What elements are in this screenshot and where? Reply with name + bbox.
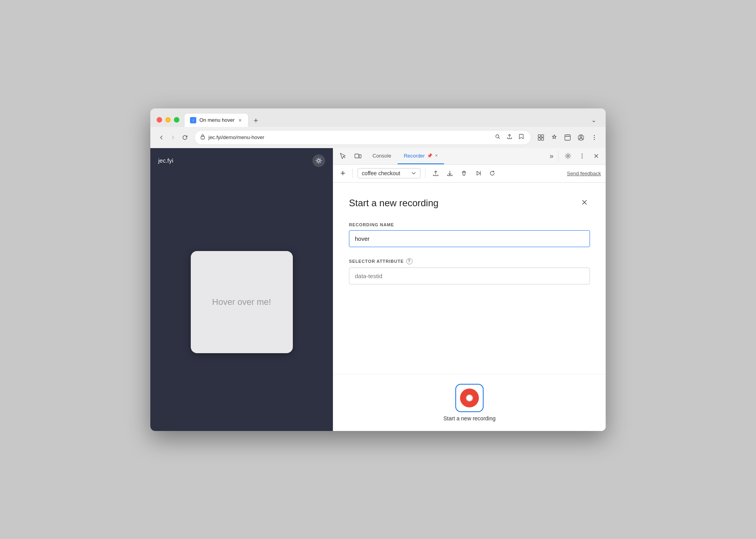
tab-console[interactable]: Console [366,148,398,164]
tab-menu-button[interactable]: ⌄ [588,115,599,125]
nav-buttons [157,133,190,142]
extensions-button[interactable] [536,132,546,143]
device-toolbar-button[interactable] [351,150,365,162]
devtools-panel: Console Recorder 📌 × » [333,148,606,431]
svg-point-12 [594,137,595,138]
browser-menu-button[interactable] [589,132,599,143]
svg-point-17 [567,155,569,157]
svg-rect-4 [538,135,541,137]
hover-card-text: Hover over me! [212,297,271,307]
reload-button[interactable] [180,133,190,142]
hover-card[interactable]: Hover over me! [191,251,293,353]
svg-point-20 [582,158,583,159]
recording-name-group: RECORDING NAME [349,222,590,247]
share-button[interactable] [506,133,513,142]
toolbar-divider-1 [352,169,353,178]
lock-icon [200,134,205,141]
title-bar: J On menu hover × + ⌄ [150,108,606,127]
search-url-button[interactable] [494,133,502,142]
dialog-title: Start a new recording [349,198,438,209]
selector-attribute-group: SELECTOR ATTRIBUTE ? [349,258,590,284]
devtools-right-buttons [558,150,603,161]
url-text: jec.fyi/demo/menu-hover [208,134,491,140]
delete-recording-button[interactable] [458,169,469,178]
maximize-window-button[interactable] [174,117,179,123]
tab-recorder[interactable]: Recorder 📌 × [398,148,444,164]
close-window-button[interactable] [157,117,162,123]
devtools-tabs: Console Recorder 📌 × [366,148,545,164]
recording-name-input[interactable] [349,230,590,247]
download-recording-button[interactable] [444,169,455,178]
address-bar: jec.fyi/demo/menu-hover [150,127,606,148]
svg-point-18 [582,154,583,155]
url-bar[interactable]: jec.fyi/demo/menu-hover [194,130,531,145]
webpage-title: jec.fyi [158,157,173,164]
selector-attribute-input[interactable] [349,268,590,284]
record-icon [460,389,479,407]
more-panels-button[interactable]: » [546,150,557,162]
active-tab[interactable]: J On menu hover × [184,113,248,127]
dialog-area: Start a new recording RECORDING NAME [333,183,606,374]
dialog-footer: Start a new recording [333,374,606,431]
play-recording-button[interactable] [473,169,484,178]
svg-rect-6 [538,138,541,140]
window-controls [157,117,179,123]
window-button[interactable] [562,132,573,143]
recording-name-label: RECORDING NAME [349,222,590,227]
svg-rect-7 [541,138,544,140]
recording-name-select[interactable]: coffee checkout [358,168,420,178]
forward-button[interactable] [168,133,178,142]
recorder-tab-close[interactable]: × [435,153,438,158]
help-icon[interactable]: ? [406,258,413,264]
add-recording-button[interactable]: + [338,167,348,179]
pin-button[interactable] [549,132,559,143]
start-recording-button[interactable] [455,384,484,412]
main-content: jec.fyi Hover over me! [150,148,606,431]
toolbar-divider-2 [425,169,425,178]
profile-button[interactable] [576,132,586,143]
tab-title: On menu hover [199,117,235,123]
devtools-close-button[interactable] [590,150,603,161]
upload-recording-button[interactable] [430,169,441,178]
browser-actions [536,132,599,143]
inspect-element-button[interactable] [336,150,350,162]
svg-rect-16 [359,155,361,158]
svg-rect-15 [355,154,359,158]
recorder-toolbar: + coffee checkout [333,165,606,183]
theme-toggle-button[interactable] [312,154,325,167]
tab-close-button[interactable]: × [238,117,243,124]
webpage-body: Hover over me! [150,173,333,431]
send-feedback-button[interactable]: Send feedback [567,170,601,176]
bookmark-button[interactable] [517,133,525,142]
svg-point-10 [580,136,582,138]
back-button[interactable] [157,133,166,142]
replay-recording-button[interactable] [487,169,498,178]
svg-point-19 [582,156,583,157]
url-actions [494,133,525,142]
svg-rect-2 [201,136,205,139]
dialog-close-button[interactable] [579,197,590,210]
tab-favicon: J [190,117,196,123]
devtools-settings-button[interactable] [562,150,574,161]
svg-point-13 [594,139,595,140]
svg-point-14 [318,160,320,162]
svg-rect-5 [541,135,544,137]
record-dot [466,394,473,402]
devtools-toolbar: Console Recorder 📌 × » [333,148,606,165]
new-tab-button[interactable]: + [250,115,262,127]
devtools-overflow-button[interactable] [576,150,588,161]
recording-name-text: coffee checkout [362,170,409,176]
webpage-panel: jec.fyi Hover over me! [150,148,333,431]
svg-text:J: J [192,119,194,122]
dialog-header: Start a new recording [349,197,590,210]
tabs-area: J On menu hover × + [184,113,583,127]
selector-attribute-label: SELECTOR ATTRIBUTE ? [349,258,590,264]
minimize-window-button[interactable] [165,117,171,123]
svg-point-11 [594,135,595,136]
start-recording-label: Start a new recording [443,415,495,422]
svg-rect-8 [565,135,570,140]
webpage-header: jec.fyi [150,148,333,173]
browser-window: J On menu hover × + ⌄ [150,108,606,431]
